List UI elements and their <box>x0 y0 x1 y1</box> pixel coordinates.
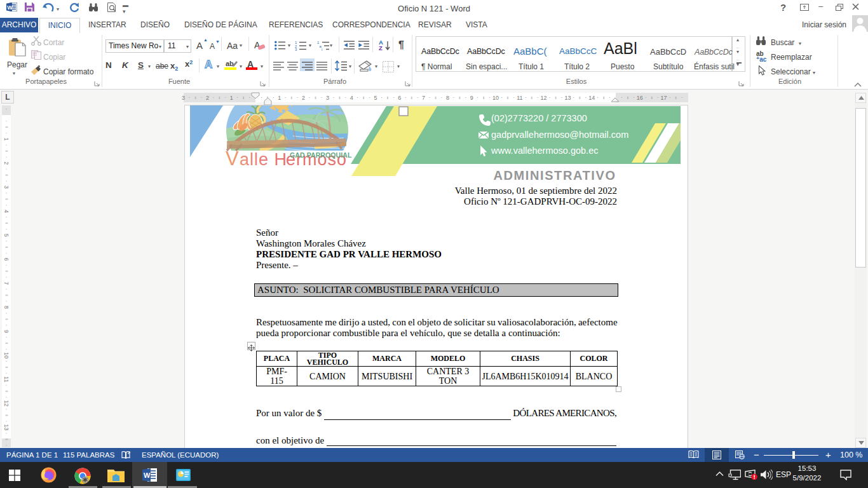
svg-text:3: 3 <box>326 95 329 101</box>
svg-text:14: 14 <box>588 95 595 101</box>
svg-text:www.vallehermoso.gob.ec: www.vallehermoso.gob.ec <box>491 146 598 156</box>
svg-text:8: 8 <box>446 95 449 101</box>
svg-text:17: 17 <box>661 95 667 101</box>
svg-text:W: W <box>144 471 151 479</box>
svg-text:16: 16 <box>637 95 643 101</box>
svg-text:7: 7 <box>422 95 425 101</box>
svg-text:8: 8 <box>3 306 10 309</box>
svg-text:11: 11 <box>517 95 522 101</box>
svg-text:1: 1 <box>230 95 233 101</box>
svg-text:i: i <box>322 48 322 51</box>
svg-text:4: 4 <box>3 210 10 213</box>
svg-text:V: V <box>226 147 239 170</box>
svg-text:6: 6 <box>398 95 401 101</box>
svg-text:12: 12 <box>541 95 547 101</box>
svg-text:3: 3 <box>182 95 185 101</box>
svg-text:2: 2 <box>302 95 305 101</box>
svg-text:1: 1 <box>278 95 281 101</box>
svg-text:12: 12 <box>3 400 10 407</box>
svg-text:GAD PARROQUIAL: GAD PARROQUIAL <box>290 151 352 159</box>
svg-text:5: 5 <box>3 234 10 237</box>
svg-text:10: 10 <box>3 352 10 358</box>
svg-text:13: 13 <box>3 424 10 431</box>
svg-text:6: 6 <box>3 257 10 261</box>
svg-text:(02)2773220 / 2773300: (02)2773220 / 2773300 <box>491 113 587 123</box>
svg-text:3: 3 <box>295 48 297 51</box>
svg-text:alle H: alle H <box>240 150 287 169</box>
svg-text:3: 3 <box>3 186 10 189</box>
svg-text:W: W <box>7 4 13 11</box>
svg-text:5: 5 <box>374 95 377 101</box>
svg-text:2: 2 <box>206 95 209 101</box>
svg-text:9: 9 <box>3 330 10 333</box>
svg-text:gadprvallehermoso@hotmail.com: gadprvallehermoso@hotmail.com <box>491 130 628 140</box>
svg-text:7: 7 <box>3 281 10 285</box>
svg-text:10: 10 <box>492 95 499 101</box>
svg-text:4: 4 <box>350 95 353 101</box>
svg-text:1: 1 <box>3 137 10 140</box>
svg-text:9: 9 <box>470 95 473 101</box>
svg-text:13: 13 <box>564 95 571 101</box>
svg-text:2: 2 <box>3 161 10 165</box>
svg-text:11: 11 <box>3 376 10 382</box>
